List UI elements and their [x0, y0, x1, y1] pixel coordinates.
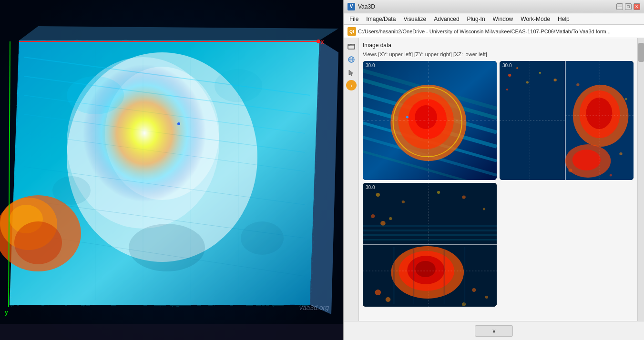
svg-text:x: x	[321, 39, 324, 45]
svg-point-109	[472, 288, 476, 292]
menu-file[interactable]: File	[346, 15, 362, 23]
scrollbar[interactable]	[637, 38, 644, 321]
views-grid: 30.0	[363, 61, 634, 307]
svg-point-36	[129, 224, 205, 271]
svg-marker-22	[19, 26, 338, 40]
svg-point-93	[462, 196, 465, 199]
svg-point-96	[371, 214, 375, 218]
globe-button[interactable]	[345, 53, 358, 66]
file-path: C:/Users/hasanib2/OneDrive - University …	[358, 29, 611, 34]
svg-point-81	[619, 152, 622, 155]
svg-marker-45	[349, 70, 353, 76]
main-content: Image data Views [XY: upper-left] [ZY: u…	[359, 38, 637, 321]
svg-point-94	[483, 208, 485, 210]
svg-rect-114	[413, 247, 414, 304]
svg-rect-116	[464, 247, 465, 304]
svg-point-63	[406, 116, 409, 119]
open-file-button[interactable]	[345, 40, 358, 52]
title-bar: V Vaa3D — □ ✕	[344, 0, 644, 13]
svg-point-71	[506, 89, 508, 90]
svg-text:y: y	[5, 309, 8, 316]
app-icon: V	[348, 3, 355, 10]
svg-point-106	[415, 261, 435, 277]
svg-point-34	[52, 176, 91, 205]
side-toolbar: i	[344, 38, 359, 321]
svg-point-92	[402, 200, 405, 203]
svg-point-91	[376, 193, 380, 197]
view-xy[interactable]: 30.0	[363, 61, 497, 180]
expand-button[interactable]: ∨	[475, 325, 513, 337]
svg-point-59	[415, 105, 437, 129]
svg-point-68	[508, 74, 511, 77]
views-label: Views [XY: upper-left] [ZY: upper-right]…	[363, 51, 634, 57]
vaa3d-window: V Vaa3D — □ ✕ File Image/Data Visualize …	[343, 0, 644, 340]
svg-rect-101	[363, 234, 497, 236]
svg-text:i: i	[350, 83, 352, 88]
view-xy-label: 30.0	[366, 63, 375, 68]
title-bar-text: Vaa3D	[358, 3, 616, 10]
watermark: vaa3d.org	[299, 304, 329, 311]
scrollbar-thumb[interactable]	[638, 43, 644, 62]
svg-point-37	[177, 122, 180, 125]
svg-rect-113	[393, 247, 395, 304]
svg-point-35	[241, 221, 284, 255]
svg-point-73	[553, 79, 556, 81]
maximize-button[interactable]: □	[625, 3, 632, 10]
svg-point-32	[67, 76, 124, 114]
svg-point-82	[568, 169, 572, 172]
content-area: i Image data Views [XY: upper-left] [ZY:…	[344, 38, 644, 321]
svg-rect-100	[363, 230, 497, 231]
svg-point-27	[317, 40, 320, 43]
svg-point-110	[485, 296, 488, 299]
menu-bar: File Image/Data Visualize Advanced Plug-…	[344, 13, 644, 25]
svg-point-72	[539, 72, 541, 74]
qt-icon: Qt	[348, 27, 356, 36]
menu-visualize[interactable]: Visualize	[399, 15, 430, 23]
svg-point-19	[14, 221, 62, 264]
menu-help[interactable]: Help	[554, 15, 573, 23]
svg-point-107	[375, 290, 381, 295]
svg-point-33	[215, 69, 262, 102]
menu-window[interactable]: Window	[489, 15, 517, 23]
bottom-area: ∨	[344, 321, 644, 340]
section-title: Image data	[363, 42, 634, 49]
svg-rect-115	[444, 247, 445, 304]
close-button[interactable]: ✕	[634, 3, 640, 10]
info-button[interactable]: i	[346, 80, 357, 90]
svg-rect-99	[363, 225, 497, 227]
menu-work-mode[interactable]: Work-Mode	[517, 15, 554, 23]
menu-plugin[interactable]: Plug-In	[463, 15, 489, 23]
svg-point-69	[516, 67, 518, 69]
view-xz-label: 30.0	[366, 185, 375, 190]
menu-advanced[interactable]: Advanced	[430, 15, 463, 23]
menu-image-data[interactable]: Image/Data	[362, 15, 399, 23]
svg-point-83	[610, 174, 612, 177]
3d-viewport[interactable]: x y vaa3d.org	[0, 0, 343, 340]
svg-point-79	[576, 83, 579, 86]
path-bar: Qt C:/Users/hasanib2/OneDrive - Universi…	[344, 25, 644, 38]
window-controls: — □ ✕	[616, 3, 640, 10]
view-zy-label: 30.0	[502, 63, 511, 68]
svg-point-98	[389, 217, 392, 220]
svg-point-80	[624, 98, 627, 100]
view-zy[interactable]: 30.0	[500, 61, 634, 180]
svg-point-70	[526, 81, 529, 84]
svg-point-95	[437, 191, 440, 194]
view-xz[interactable]: 30.0	[363, 183, 497, 307]
pointer-button[interactable]	[345, 67, 358, 79]
svg-point-78	[572, 150, 601, 170]
svg-rect-102	[363, 239, 497, 240]
minimize-button[interactable]: —	[616, 3, 623, 10]
svg-point-108	[386, 297, 391, 302]
svg-rect-38	[0, 324, 343, 340]
